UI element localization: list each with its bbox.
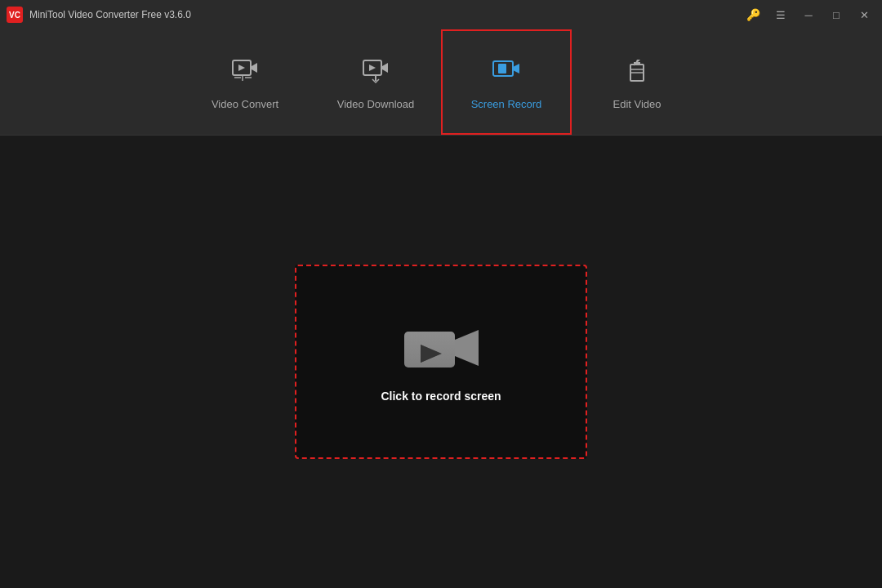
title-bar-controls: 🔑 ☰ ─ □ ✕ xyxy=(742,5,875,24)
camera-icon-wrap xyxy=(403,322,480,375)
tab-edit-video[interactable]: Edit Video xyxy=(572,29,702,135)
video-convert-icon xyxy=(230,55,260,90)
app-title: MiniTool Video Converter Free v3.6.0 xyxy=(29,9,191,20)
screen-record-icon xyxy=(492,55,521,90)
tab-video-convert-label: Video Convert xyxy=(212,98,278,110)
maximize-icon: □ xyxy=(833,9,840,21)
tab-edit-video-label: Edit Video xyxy=(612,98,661,110)
tab-video-download[interactable]: Video Download xyxy=(310,29,441,135)
video-download-icon xyxy=(361,55,390,90)
tab-video-download-label: Video Download xyxy=(337,98,414,110)
tab-screen-record[interactable]: Screen Record xyxy=(441,29,572,135)
app-logo: VC xyxy=(7,7,23,23)
main-content: Click to record screen xyxy=(0,136,882,588)
key-icon: 🔑 xyxy=(746,8,760,21)
key-button[interactable]: 🔑 xyxy=(742,5,764,24)
record-box[interactable]: Click to record screen xyxy=(295,265,587,459)
menu-icon: ☰ xyxy=(776,9,786,21)
record-prompt-text: Click to record screen xyxy=(381,390,501,403)
title-bar: VC MiniTool Video Converter Free v3.6.0 … xyxy=(0,0,882,29)
menu-button[interactable]: ☰ xyxy=(769,5,792,24)
maximize-button[interactable]: □ xyxy=(825,5,848,24)
tab-screen-record-label: Screen Record xyxy=(471,98,542,110)
nav-bar: Video Convert Video Download Screen Reco… xyxy=(0,29,882,136)
tab-video-convert[interactable]: Video Convert xyxy=(180,29,310,135)
close-icon: ✕ xyxy=(860,9,869,21)
camera-play-icon xyxy=(403,322,480,375)
minimize-button[interactable]: ─ xyxy=(797,5,820,24)
title-bar-left: VC MiniTool Video Converter Free v3.6.0 xyxy=(7,7,191,23)
close-button[interactable]: ✕ xyxy=(853,5,875,24)
edit-video-icon xyxy=(622,55,652,90)
svg-rect-3 xyxy=(498,64,506,74)
minimize-icon: ─ xyxy=(804,9,812,21)
